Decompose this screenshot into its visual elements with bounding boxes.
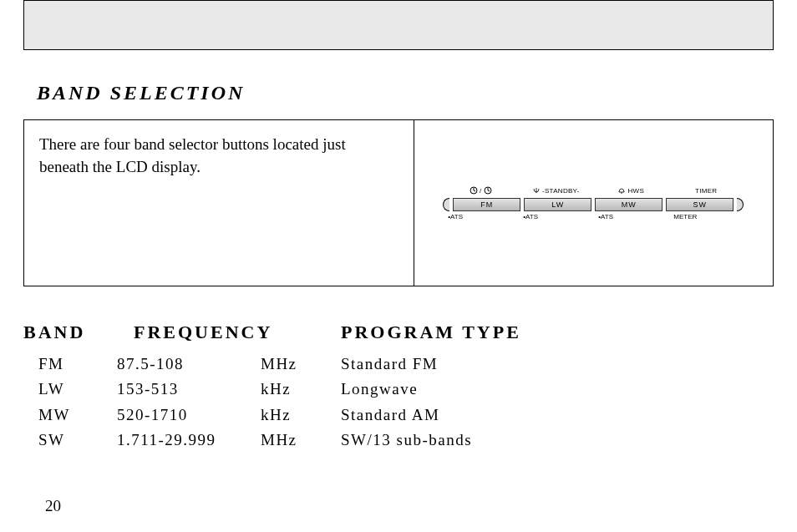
header-frequency: FREQUENCY [134,322,341,343]
strip-cap-right [737,198,744,211]
standby-text: -STANDBY- [542,187,580,195]
meter-label: METER [668,213,744,220]
top-gray-box [23,0,774,50]
cell-freq: 153-513 [117,377,261,402]
section-title: BAND SELECTION [37,82,797,104]
timer-text: TIMER [695,187,717,195]
cell-freq: 1.711-29.999 [117,428,261,453]
left-panel: There are four band selector buttons loc… [24,120,414,286]
table-row: MW 520-1710 kHz Standard AM [23,403,797,428]
mw-button[interactable]: MW [595,198,662,211]
cell-band: LW [23,377,117,402]
description-text: There are four band selector buttons loc… [39,134,398,178]
figure-top-labels: / -STANDBY- HWS [443,186,744,196]
button-strip: FM LW MW SW [443,198,744,211]
cell-unit: kHz [261,377,341,402]
hws-label: HWS [593,186,668,196]
right-panel: / -STANDBY- HWS [414,120,774,286]
hws-text: HWS [627,187,644,195]
antenna-icon [532,186,541,196]
table-row: FM 87.5-108 MHz Standard FM [23,352,797,377]
cell-band: SW [23,428,117,453]
cell-freq: 87.5-108 [117,352,261,377]
cell-program: Standard AM [341,403,625,428]
cell-unit: MHz [261,428,341,453]
band-selector-figure: / -STANDBY- HWS [443,186,744,220]
strip-cap-left [443,198,449,211]
clock-icon [470,186,478,196]
table-headers: BAND FREQUENCY PROGRAM TYPE [23,322,797,343]
ats-label-2: •ATS [518,213,593,220]
table-row: SW 1.711-29.999 MHz SW/13 sub-bands [23,428,797,453]
cell-program: Longwave [341,377,625,402]
cell-unit: kHz [261,403,341,428]
standby-label: -STANDBY- [518,186,593,196]
figure-bottom-labels: •ATS •ATS •ATS METER [443,213,744,220]
clock-slash: / [480,187,482,195]
table-row: LW 153-513 kHz Longwave [23,377,797,402]
clock-label: / [443,186,518,196]
lw-button[interactable]: LW [524,198,591,211]
band-table: BAND FREQUENCY PROGRAM TYPE FM 87.5-108 … [23,322,797,453]
sw-button[interactable]: SW [666,198,734,211]
cell-program: SW/13 sub-bands [341,428,625,453]
clock-icon [484,186,492,196]
ats-label-3: •ATS [593,213,668,220]
content-box: There are four band selector buttons loc… [23,119,774,286]
cell-freq: 520-1710 [117,403,261,428]
header-program: PROGRAM TYPE [341,322,625,343]
fm-button[interactable]: FM [453,198,520,211]
header-band: BAND [23,322,134,343]
cell-program: Standard FM [341,352,625,377]
cell-band: MW [23,403,117,428]
cell-unit: MHz [261,352,341,377]
timer-label: TIMER [668,186,744,196]
ats-label-1: •ATS [443,213,518,220]
cell-band: FM [23,352,117,377]
page-number: 20 [45,497,61,515]
alarm-icon [617,186,626,196]
